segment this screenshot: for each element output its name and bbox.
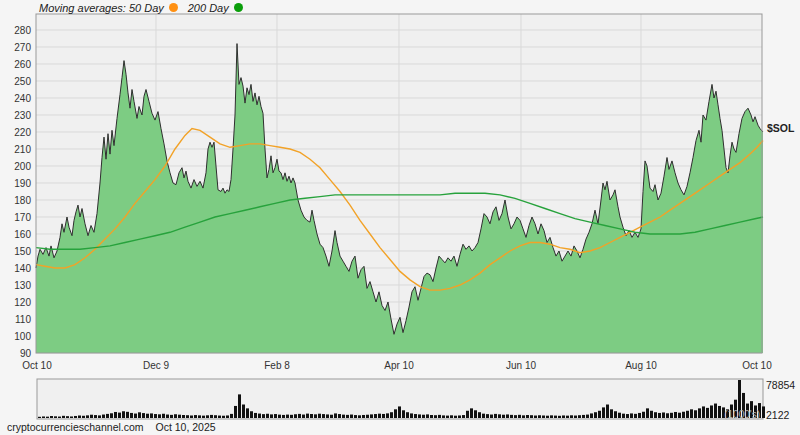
volume-bar bbox=[538, 415, 541, 418]
volume-bar bbox=[230, 414, 233, 418]
volume-bar bbox=[390, 412, 393, 418]
volume-bar bbox=[502, 415, 505, 418]
volume-bar bbox=[610, 409, 613, 418]
volume-bar bbox=[474, 410, 477, 418]
volume-last-label: 2122 bbox=[766, 409, 789, 421]
volume-bar bbox=[658, 413, 661, 418]
y-tick-label: 90 bbox=[0, 348, 31, 359]
volume-bar bbox=[466, 411, 469, 418]
y-tick-label: 140 bbox=[0, 263, 31, 274]
volume-bar bbox=[298, 414, 301, 418]
footer-date: Oct 10, 2025 bbox=[155, 421, 215, 433]
volume-bar bbox=[38, 417, 41, 418]
volume-bar bbox=[194, 415, 197, 418]
x-tick-label: Apr 10 bbox=[384, 360, 413, 371]
sol-price-chart-page: Moving averages: 50 Day 200 Day 28027026… bbox=[0, 0, 800, 435]
volume-bar bbox=[238, 394, 241, 418]
volume-bar bbox=[374, 414, 377, 418]
volume-bar bbox=[666, 413, 669, 418]
volume-bar bbox=[198, 415, 201, 418]
volume-bar bbox=[630, 413, 633, 418]
volume-bar bbox=[526, 415, 529, 418]
footer-site-link[interactable]: cryptocurrencieschannel.com bbox=[7, 421, 144, 433]
volume-bar bbox=[430, 415, 433, 418]
volume-bar bbox=[586, 415, 589, 418]
volume-bar bbox=[402, 410, 405, 418]
volume-bar bbox=[90, 415, 93, 418]
y-tick-label: 170 bbox=[0, 212, 31, 223]
volume-bar bbox=[646, 408, 649, 418]
volume-bar bbox=[678, 413, 681, 418]
moving-averages-legend: Moving averages: 50 Day 200 Day bbox=[39, 1, 253, 14]
volume-bar bbox=[450, 415, 453, 418]
volume-bar bbox=[650, 411, 653, 418]
volume-bar bbox=[202, 416, 205, 418]
volume-bar bbox=[418, 414, 421, 418]
volume-bar bbox=[550, 415, 553, 418]
volume-bar bbox=[422, 415, 425, 418]
volume-bar bbox=[438, 415, 441, 418]
footer: cryptocurrencieschannel.com Oct 10, 2025 bbox=[7, 421, 225, 433]
volume-bar bbox=[562, 415, 565, 418]
volume-bar bbox=[574, 416, 577, 418]
volume-bar bbox=[74, 416, 77, 418]
volume-bar bbox=[582, 415, 585, 418]
volume-bar bbox=[346, 415, 349, 418]
y-tick-label: 280 bbox=[0, 25, 31, 36]
y-tick-label: 150 bbox=[0, 246, 31, 257]
volume-bar bbox=[134, 414, 137, 418]
volume-bar bbox=[578, 415, 581, 418]
volume-bar bbox=[286, 415, 289, 418]
volume-bar bbox=[266, 414, 269, 418]
volume-bar bbox=[46, 417, 49, 418]
volume-bar bbox=[558, 416, 561, 418]
volume-bar bbox=[694, 410, 697, 418]
volume-bar bbox=[270, 414, 273, 418]
volume-bar bbox=[166, 415, 169, 418]
volume-bar bbox=[490, 415, 493, 418]
volume-bar bbox=[314, 414, 317, 418]
volume-bar bbox=[354, 415, 357, 418]
volume-bar bbox=[530, 415, 533, 418]
legend-ma200-label: 200 Day bbox=[188, 2, 229, 14]
volume-bar bbox=[146, 414, 149, 418]
volume-bar bbox=[242, 405, 245, 418]
volume-bar bbox=[214, 415, 217, 418]
volume-bar bbox=[258, 414, 261, 418]
legend-prefix: Moving averages: bbox=[39, 2, 126, 14]
volume-bar bbox=[330, 415, 333, 418]
volume-bar bbox=[66, 416, 69, 418]
volume-bar bbox=[686, 411, 689, 418]
volume-bar bbox=[142, 413, 145, 418]
volume-bar bbox=[638, 413, 641, 418]
y-tick-label: 230 bbox=[0, 110, 31, 121]
volume-bar bbox=[322, 414, 325, 418]
volume-bar bbox=[478, 412, 481, 418]
volume-bar bbox=[110, 413, 113, 418]
volume-units-label: (1000's) bbox=[700, 409, 760, 420]
volume-bar bbox=[690, 409, 693, 418]
volume-bar bbox=[170, 415, 173, 418]
volume-bar bbox=[486, 414, 489, 418]
volume-bar bbox=[218, 416, 221, 418]
volume-bar bbox=[126, 412, 129, 418]
volume-bar bbox=[302, 415, 305, 418]
legend-ma50-label: 50 Day bbox=[129, 2, 164, 14]
volume-bar bbox=[482, 414, 485, 418]
volume-bar bbox=[682, 412, 685, 418]
volume-bar bbox=[58, 417, 61, 418]
volume-bar bbox=[138, 412, 141, 418]
x-tick-label: Dec 9 bbox=[143, 360, 169, 371]
volume-bar bbox=[350, 415, 353, 418]
volume-bar bbox=[122, 411, 125, 418]
volume-bar bbox=[362, 415, 365, 418]
symbol-label: $SOL bbox=[767, 122, 794, 134]
volume-bar bbox=[306, 414, 309, 418]
volume-bar bbox=[414, 414, 417, 418]
volume-bar bbox=[506, 414, 509, 418]
volume-bar bbox=[130, 413, 133, 418]
y-tick-label: 190 bbox=[0, 178, 31, 189]
y-tick-label: 200 bbox=[0, 161, 31, 172]
volume-bar bbox=[250, 411, 253, 418]
volume-bar bbox=[282, 415, 285, 418]
